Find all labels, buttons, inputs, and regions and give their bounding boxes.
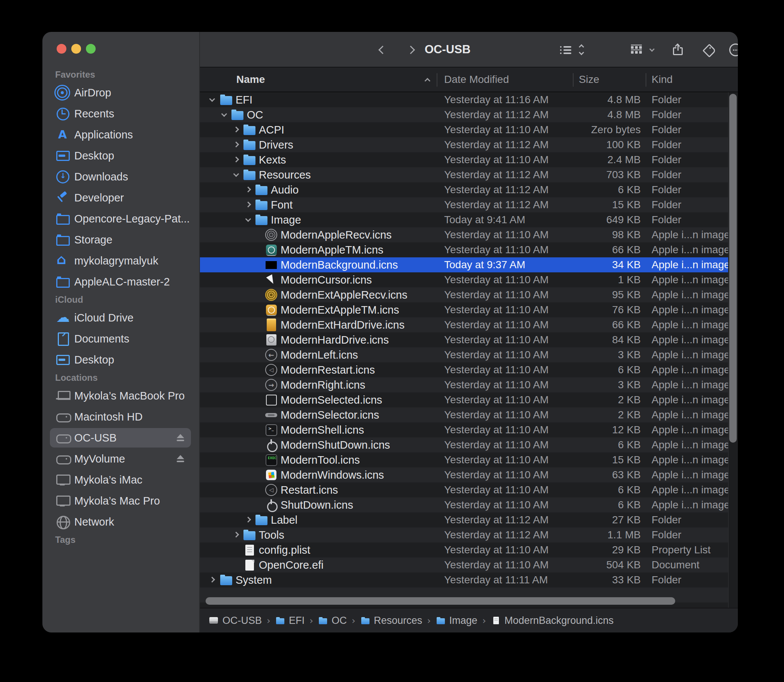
path-separator: › [267,615,271,626]
forward-button[interactable] [405,32,416,67]
sidebar-item-mykola-s-imac[interactable]: Mykola’s iMac [42,469,199,490]
file-kind: Folder [652,572,681,588]
table-row[interactable]: Audio Yesterday at 11:12 AM 6 KB Folder [200,182,738,197]
table-row[interactable]: ModernWindows.icns Yesterday at 11:10 AM… [200,467,738,483]
table-row[interactable]: ModernLeft.icns Yesterday at 11:10 AM 3 … [200,347,738,362]
view-options-button[interactable] [559,32,572,67]
disclosure-triangle-icon[interactable] [245,516,251,523]
table-row[interactable]: Font Yesterday at 11:12 AM 15 KB Folder [200,197,738,212]
eject-icon[interactable] [176,434,185,441]
disclosure-triangle-icon[interactable] [209,577,215,583]
table-row[interactable]: ModernCursor.icns Yesterday at 11:10 AM … [200,272,738,287]
table-row[interactable]: ModernHardDrive.icns Yesterday at 11:10 … [200,332,738,347]
table-row[interactable]: ModernShutDown.icns Yesterday at 11:10 A… [200,437,738,453]
disclosure-triangle-icon[interactable] [233,171,239,177]
column-header-size[interactable]: Size [579,67,599,92]
path-item[interactable]: OC [318,615,347,626]
disclosure-triangle-icon[interactable] [245,201,251,207]
sidebar-item-downloads[interactable]: Downloads [42,166,199,187]
path-item[interactable]: EFI [275,615,304,626]
table-row[interactable]: ModernSelected.icns Yesterday at 11:10 A… [200,392,738,407]
path-item[interactable]: Image [436,615,478,626]
disclosure-triangle-icon[interactable] [245,216,251,222]
table-row[interactable]: config.plist Yesterday at 11:10 AM 29 KB… [200,542,738,558]
view-stepper[interactable] [577,32,586,67]
table-row[interactable]: Tools Yesterday at 11:12 AM 1.1 MB Folde… [200,527,738,542]
sidebar-item-applealc-master-2[interactable]: AppleALC-master-2 [42,271,199,292]
eject-icon[interactable] [176,455,185,462]
horizontal-scrollbar[interactable] [206,597,675,605]
sidebar-item-desktop[interactable]: Desktop [42,145,199,166]
zoom-window-button[interactable] [86,44,96,54]
sidebar-item-macintosh-hd[interactable]: Macintosh HD [42,406,199,427]
disclosure-triangle-icon[interactable] [245,186,251,193]
vertical-scrollbar[interactable] [729,94,737,443]
sidebar-item-developer[interactable]: Developer [42,187,199,208]
sidebar-item-label: Opencore-Legacy-Pat... [74,213,190,225]
table-row[interactable]: Resources Yesterday at 11:12 AM 703 KB F… [200,167,738,182]
sidebar-item-myvolume[interactable]: MyVolume [42,448,199,469]
group-by-chevron[interactable] [649,32,655,67]
column-divider[interactable] [437,73,437,87]
column-divider[interactable] [645,73,646,87]
table-row[interactable]: ModernTool.icns Yesterday at 11:10 AM 15… [200,453,738,467]
table-row[interactable]: Drivers Yesterday at 11:12 AM 100 KB Fol… [200,137,738,152]
disclosure-triangle-icon[interactable] [233,126,239,132]
file-size: 33 KB [549,572,641,588]
path-item[interactable]: Resources [360,615,422,626]
minimize-window-button[interactable] [71,44,81,54]
table-row[interactable]: ModernAppleRecv.icns Yesterday at 11:10 … [200,227,738,242]
sidebar-item-desktop[interactable]: Desktop [42,349,199,370]
sidebar-item-airdrop[interactable]: AirDrop [42,82,199,103]
table-row[interactable]: Kexts Yesterday at 11:10 AM 2.4 MB Folde… [200,152,738,167]
table-row[interactable]: EFI Yesterday at 11:16 AM 4.8 MB Folder [200,92,738,107]
sidebar-item-label: Desktop [74,354,114,366]
path-item[interactable]: ModernBackground.icns [491,615,614,626]
sidebar-item-storage[interactable]: Storage [42,229,199,250]
path-item[interactable]: OC-USB [209,615,262,626]
table-row[interactable]: Label Yesterday at 11:12 AM 27 KB Folder [200,512,738,527]
sidebar-item-mykola-s-macbook-pro[interactable]: Mykola’s MacBook Pro [42,385,199,406]
disclosure-triangle-icon[interactable] [221,111,227,117]
table-row[interactable]: ModernSelector.icns Yesterday at 11:10 A… [200,407,738,422]
table-row[interactable]: Restart.icns Yesterday at 11:10 AM 6 KB … [200,483,738,497]
sidebar-item-oc-usb[interactable]: OC-USB [42,427,199,448]
table-row[interactable]: System Yesterday at 11:11 AM 33 KB Folde… [200,572,738,588]
disclosure-triangle-icon[interactable] [233,142,239,147]
table-row[interactable]: ModernBackground.icns Today at 9:37 AM 3… [200,257,738,272]
sidebar-item-mykolagrymalyuk[interactable]: mykolagrymalyuk [42,250,199,271]
group-by-button[interactable] [631,32,644,67]
table-row[interactable]: ACPI Yesterday at 11:10 AM Zero bytes Fo… [200,122,738,137]
sidebar-item-icloud-drive[interactable]: iCloud Drive [42,307,199,328]
table-row[interactable]: ModernRight.icns Yesterday at 11:10 AM 3… [200,378,738,392]
table-row[interactable]: ModernRestart.icns Yesterday at 11:10 AM… [200,362,738,378]
tag-button[interactable] [702,32,715,67]
share-button[interactable] [672,32,685,67]
disclosure-triangle-icon[interactable] [209,96,215,102]
table-row[interactable]: OC Yesterday at 11:12 AM 4.8 MB Folder [200,107,738,122]
table-row[interactable]: ModernExtHardDrive.icns Yesterday at 11:… [200,317,738,332]
table-row[interactable]: ModernShell.icns Yesterday at 11:10 AM 1… [200,422,738,437]
table-row[interactable]: ShutDown.icns Yesterday at 11:10 AM 6 KB… [200,497,738,512]
column-header-name[interactable]: Name [236,67,265,92]
sidebar-item-opencore-legacy-pat-[interactable]: Opencore-Legacy-Pat... [42,208,199,229]
table-row[interactable]: ModernExtAppleRecv.icns Yesterday at 11:… [200,287,738,302]
column-divider[interactable] [573,73,574,87]
table-row[interactable]: Image Today at 9:41 AM 649 KB Folder [200,212,738,227]
disclosure-triangle-icon[interactable] [233,156,239,163]
sidebar-item-recents[interactable]: Recents [42,103,199,124]
column-header-kind[interactable]: Kind [652,67,672,92]
disclosure-triangle-icon[interactable] [233,532,239,538]
sidebar-item-documents[interactable]: Documents [42,328,199,349]
table-row[interactable]: OpenCore.efi Yesterday at 11:10 AM 504 K… [200,558,738,572]
close-window-button[interactable] [57,44,66,54]
sidebar-item-applications[interactable]: Applications [42,124,199,145]
sidebar-item-label: AppleALC-master-2 [74,276,170,288]
table-row[interactable]: ModernExtAppleTM.icns Yesterday at 11:10… [200,302,738,317]
column-header-date-modified[interactable]: Date Modified [444,67,509,92]
sidebar-item-mykola-s-mac-pro[interactable]: Mykola’s Mac Pro [42,490,199,512]
more-actions-button[interactable] [729,32,738,67]
sidebar-item-network[interactable]: Network [42,512,199,532]
back-button[interactable] [378,32,388,67]
table-row[interactable]: ModernAppleTM.icns Yesterday at 11:10 AM… [200,242,738,257]
